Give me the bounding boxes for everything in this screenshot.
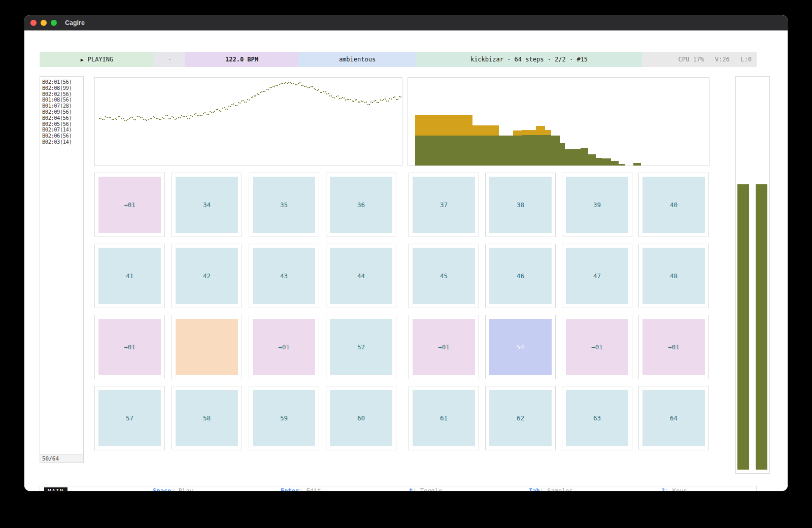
grid-cell-fill: 62 — [489, 390, 552, 446]
waveform-dot — [329, 95, 330, 96]
titlebar[interactable]: Cagire — [24, 15, 788, 30]
waveform-dot — [342, 97, 343, 98]
waveform-dot — [156, 118, 157, 119]
app-window: Cagire ▶PLAYING · 122.0 BPM ambientous k… — [24, 15, 788, 491]
play-icon: ▶ — [81, 57, 84, 62]
waveform-dot — [298, 83, 299, 84]
waveform-dot — [334, 97, 335, 98]
sample-list-item[interactable]: B02:09(56) — [40, 109, 83, 115]
waveform-dot — [130, 117, 131, 118]
waveform-dot — [251, 97, 252, 98]
grid-cell[interactable]: 54 — [485, 315, 556, 379]
project-indicator[interactable]: ambientous — [298, 52, 416, 67]
grid-cell-label: 54 — [517, 343, 524, 351]
waveform-dot — [220, 111, 221, 112]
grid-cell[interactable]: →01 — [249, 315, 319, 379]
waveform-dot — [210, 111, 211, 112]
grid-cell[interactable]: 59 — [249, 386, 319, 450]
grid-cell-fill: 42 — [176, 248, 238, 304]
grid-cell[interactable]: 57 — [94, 386, 165, 450]
grid-cell[interactable]: →01 — [94, 315, 165, 379]
waveform-dot — [99, 118, 100, 119]
bpm-indicator[interactable]: 122.0 BPM — [185, 52, 298, 67]
waveform-dot — [378, 102, 379, 103]
grid-cell[interactable]: 39 — [562, 173, 632, 237]
grid-cell[interactable]: 40 — [638, 173, 709, 237]
waveform-dot — [217, 109, 218, 110]
pattern-indicator[interactable]: kickbizar · 64 steps · 2/2 · #15 — [416, 52, 642, 67]
grid-cell[interactable]: 58 — [172, 386, 242, 450]
grid-cell[interactable]: 36 — [326, 173, 396, 237]
grid-cell-fill: 57 — [98, 390, 161, 446]
waveform-dot — [271, 87, 272, 88]
waveform-dot — [145, 119, 146, 120]
grid-cell[interactable]: →01 — [409, 315, 479, 379]
level-meter-bar — [756, 184, 767, 470]
waveform-dot — [238, 102, 239, 103]
grid-cell[interactable]: 34 — [172, 173, 242, 237]
grid-cell[interactable]: 64 — [638, 386, 709, 450]
waveform-dot — [104, 119, 105, 120]
histogram-bar-used — [513, 136, 522, 166]
grid-cell-fill: 41 — [98, 248, 161, 304]
waveform-dot — [367, 104, 368, 105]
transport-status[interactable]: ▶PLAYING — [40, 52, 154, 67]
grid-cell[interactable]: 61 — [409, 386, 479, 450]
waveform-dot — [216, 109, 217, 110]
waveform-dot — [287, 83, 288, 84]
waveform-dot — [273, 86, 274, 87]
waveform-dot — [205, 112, 206, 113]
grid-cell[interactable]: 60 — [326, 386, 396, 450]
waveform-dot — [233, 104, 234, 105]
waveform-dot — [279, 84, 280, 85]
shortcut-key: Tab — [529, 487, 540, 491]
waveform-dot — [308, 87, 309, 88]
waveform-dot — [127, 119, 128, 120]
grid-cell[interactable]: 48 — [638, 244, 709, 308]
grid-cell[interactable]: 44 — [326, 244, 396, 308]
grid-cell[interactable]: 43 — [249, 244, 319, 308]
grid-cell[interactable]: 37 — [409, 173, 479, 237]
grid-cell[interactable]: 41 — [94, 244, 165, 308]
grid-cell[interactable]: 38 — [485, 173, 556, 237]
grid-cell-label: 58 — [203, 414, 211, 422]
grid-cell-fill — [176, 319, 238, 375]
histogram-bar-reserve — [522, 130, 536, 135]
grid-cell[interactable]: 47 — [562, 244, 632, 308]
bpm-value: 122.0 BPM — [225, 56, 258, 63]
step-grid-right: 3738394045464748→0154→01→0161626364 — [409, 173, 709, 450]
grid-cell[interactable] — [172, 315, 242, 379]
grid-cell[interactable]: →01 — [94, 173, 165, 237]
waveform-dot — [353, 101, 354, 102]
waveform-dot — [213, 112, 214, 113]
sample-list-item[interactable]: B02:04(56) — [40, 115, 83, 121]
grid-cell[interactable]: 46 — [485, 244, 556, 308]
grid-cell[interactable]: 62 — [485, 386, 556, 450]
app-content: ▶PLAYING · 122.0 BPM ambientous kickbiza… — [24, 30, 788, 491]
sample-list: B02:01(56)B02:08(99)B02:02(56)B01:08(56)… — [40, 77, 83, 145]
grid-cell-fill: →01 — [413, 319, 475, 375]
grid-cell[interactable]: 45 — [409, 244, 479, 308]
maximize-window-button[interactable] — [51, 20, 57, 26]
waveform-dot — [139, 116, 140, 117]
waveform-dot — [176, 118, 177, 119]
waveform-dot — [323, 91, 324, 92]
waveform-dot — [126, 120, 127, 121]
grid-cell[interactable]: 42 — [172, 244, 242, 308]
waveform-dot — [291, 83, 292, 84]
grid-cell[interactable]: 35 — [249, 173, 319, 237]
grid-cell[interactable]: →01 — [562, 315, 632, 379]
grid-cell[interactable]: 52 — [326, 315, 396, 379]
sample-list-item[interactable]: B02:03(14) — [40, 139, 83, 145]
waveform-dot — [399, 96, 400, 97]
minimize-window-button[interactable] — [41, 20, 47, 26]
close-window-button[interactable] — [30, 20, 37, 26]
waveform-dot — [154, 117, 155, 118]
waveform-dot — [203, 113, 204, 114]
grid-cell[interactable]: 63 — [562, 386, 632, 450]
waveform-dot — [374, 101, 375, 102]
waveform-dot — [344, 97, 345, 98]
waveform-dot — [142, 117, 143, 118]
grid-cell[interactable]: →01 — [638, 315, 709, 379]
sample-list-item[interactable]: B02:08(99) — [40, 85, 83, 91]
